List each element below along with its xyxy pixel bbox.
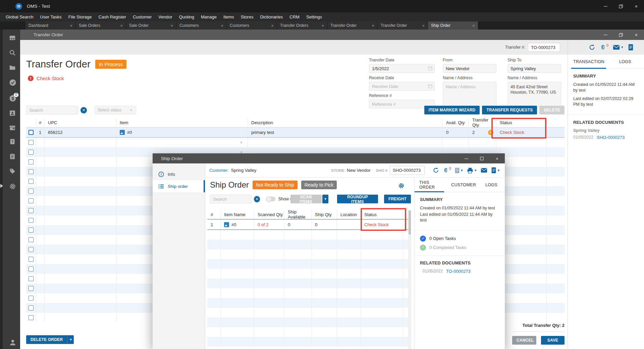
tasks-check-icon[interactable]: [9, 79, 17, 87]
row-checkbox[interactable]: [29, 159, 34, 164]
row-checkbox[interactable]: [29, 218, 34, 223]
menu-settings[interactable]: Settings: [303, 12, 325, 21]
attachments-icon[interactable]: 0: [600, 44, 608, 51]
tab-close-icon[interactable]: ×: [221, 23, 223, 28]
document-icon[interactable]: [628, 44, 634, 51]
menu-manage[interactable]: Manage: [198, 12, 220, 21]
transfer-date-input[interactable]: [369, 64, 435, 73]
refresh-icon[interactable]: [589, 44, 595, 51]
row-checkbox[interactable]: [29, 140, 34, 145]
search-input[interactable]: [210, 195, 252, 203]
tab-close-icon[interactable]: ×: [70, 23, 72, 28]
freight-button[interactable]: FREIGHT: [384, 195, 411, 203]
ready-to-pick-badge[interactable]: Ready to Pick: [301, 181, 337, 189]
scan-items-dropdown-icon[interactable]: ▼: [322, 195, 329, 203]
table-row[interactable]: 1 #0 0 of 2 0 0 Check Stock: [207, 219, 408, 230]
completed-tasks-row[interactable]: ✓ 0 Completed Tasks: [420, 245, 499, 251]
menu-stores[interactable]: Stores: [237, 12, 257, 21]
row-checkbox[interactable]: [29, 257, 34, 262]
user-profile-icon[interactable]: [9, 338, 17, 346]
row-checkbox[interactable]: [29, 276, 34, 281]
menu-dictionaries[interactable]: Dictionaries: [257, 12, 286, 21]
table-row[interactable]: 1 656212 #0 primary test 0 2! Check Stoc…: [26, 128, 565, 138]
tab-transaction[interactable]: TRANSACTION: [568, 59, 610, 64]
save-button[interactable]: SAVE: [541, 336, 565, 345]
nav-item-info[interactable]: Info: [153, 168, 205, 180]
tab-this-order[interactable]: THIS ORDER: [415, 180, 446, 190]
tab-sale-orders[interactable]: Sale Orders×: [76, 21, 126, 30]
menu-file-storage[interactable]: File Storage: [65, 12, 95, 21]
menu-global-search[interactable]: Global Search: [2, 12, 37, 21]
transfer-no-input[interactable]: [528, 43, 560, 52]
row-checkbox[interactable]: [29, 189, 34, 194]
row-checkbox[interactable]: [29, 130, 34, 135]
row-checkbox[interactable]: [29, 198, 34, 203]
item-marker-wizard-button[interactable]: ITEM MARKER WIZARD: [424, 106, 480, 114]
nav-item-ship-order[interactable]: Ship order: [153, 180, 205, 192]
attachments-icon[interactable]: 0: [443, 167, 451, 173]
email-icon[interactable]: [481, 168, 487, 173]
menu-cash-register[interactable]: Cash Register: [95, 12, 129, 21]
calendar-icon[interactable]: [428, 84, 432, 88]
menu-crm[interactable]: CRM: [286, 12, 303, 21]
tab-customer[interactable]: CUSTOMER: [446, 183, 481, 187]
close-button[interactable]: ×: [629, 0, 644, 12]
tab-close-icon[interactable]: ×: [372, 23, 374, 28]
menu-items[interactable]: Items: [220, 12, 237, 21]
chevron-down-icon[interactable]: ▼: [460, 169, 463, 172]
scan-items-button[interactable]: SCAN ITEMS: [290, 195, 322, 203]
row-checkbox[interactable]: [29, 179, 34, 184]
minimize-button[interactable]: [598, 0, 613, 12]
row-checkbox[interactable]: [29, 247, 34, 252]
row-checkbox[interactable]: [29, 266, 34, 271]
calendar-icon[interactable]: [428, 66, 432, 70]
chevron-down-icon[interactable]: ▼: [474, 169, 477, 172]
close-button[interactable]: ×: [489, 153, 505, 163]
tab-logs[interactable]: LOGS: [614, 59, 637, 64]
tab-dashboard[interactable]: Dashboard×: [25, 21, 76, 30]
row-checkbox[interactable]: [29, 305, 34, 310]
menu-customer[interactable]: Customer: [129, 12, 155, 21]
row-checkbox[interactable]: [29, 296, 34, 301]
email-icon[interactable]: ▼: [613, 45, 624, 50]
row-checkbox[interactable]: [29, 150, 34, 155]
scrollbar-thumb[interactable]: [409, 210, 411, 235]
restore-button[interactable]: [613, 30, 629, 40]
transfer-requests-button[interactable]: TRANSFER REQUESTS: [482, 106, 537, 114]
tab-transfer-order-2[interactable]: Transfer Order×: [378, 21, 428, 30]
tab-sale-order[interactable]: Sale Order×: [126, 21, 176, 30]
row-checkbox[interactable]: [29, 286, 34, 291]
cancel-button[interactable]: CANCEL: [512, 336, 536, 345]
folder-icon[interactable]: [9, 64, 17, 72]
tag-icon[interactable]: [9, 167, 17, 176]
related-doc-link[interactable]: TO-0000273: [446, 269, 471, 274]
item-select-caret-icon[interactable]: ▼: [240, 141, 243, 144]
restore-button[interactable]: [613, 0, 629, 12]
help-clipboard-icon[interactable]: ?: [9, 138, 17, 146]
receipt-icon[interactable]: ▼: [455, 167, 463, 173]
table-scrollbar[interactable]: [408, 210, 411, 349]
search-icon[interactable]: [9, 49, 17, 57]
related-doc-link[interactable]: SHO-0000273: [597, 135, 625, 140]
settings-gear-icon[interactable]: [398, 182, 405, 189]
row-checkbox[interactable]: [29, 315, 34, 320]
chevron-down-icon[interactable]: ▼: [497, 169, 500, 172]
chevron-down-icon[interactable]: ▼: [621, 46, 624, 49]
sho-number-input[interactable]: [390, 166, 425, 175]
roundup-items-button[interactable]: ROUNDUP ITEMS: [337, 195, 378, 203]
clear-search-icon[interactable]: ✕: [254, 196, 260, 202]
delete-button[interactable]: DELETE: [539, 106, 565, 114]
contacts-icon[interactable]: [9, 109, 17, 117]
minimize-button[interactable]: [598, 30, 613, 40]
delete-order-button[interactable]: DELETE ORDER: [26, 335, 67, 344]
tab-customers-1[interactable]: Customers×: [176, 21, 227, 30]
store-icon[interactable]: [9, 124, 17, 132]
tab-close-icon[interactable]: ×: [271, 23, 274, 28]
tab-transfer-orders[interactable]: Transfer Orders×: [277, 21, 327, 30]
search-input[interactable]: [26, 106, 78, 114]
clipboard-icon[interactable]: [9, 153, 17, 161]
from-address-box[interactable]: Name / Address: [443, 82, 496, 107]
maximize-button[interactable]: [474, 153, 489, 163]
row-checkbox[interactable]: [29, 237, 34, 242]
dashboard-icon[interactable]: [9, 34, 17, 42]
